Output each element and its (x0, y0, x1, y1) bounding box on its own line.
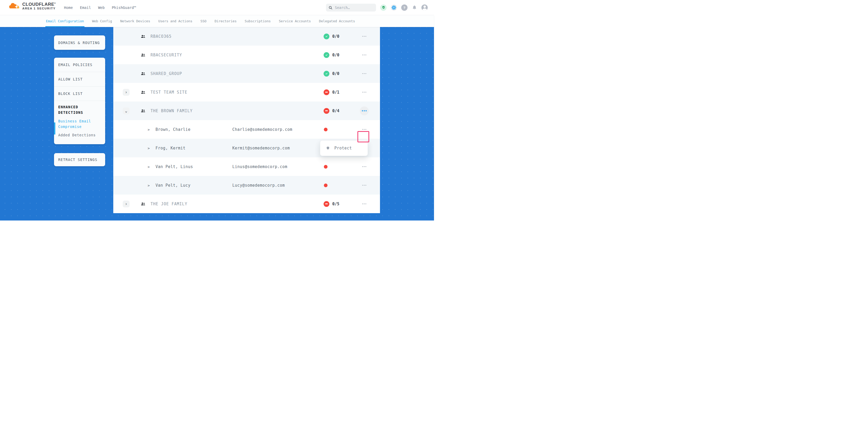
row-menu-button[interactable] (360, 199, 369, 209)
nav-web[interactable]: Web (98, 5, 105, 10)
member-chevron[interactable]: > (148, 146, 150, 150)
member-name: Van Pelt, Linus (156, 164, 193, 169)
search-box[interactable] (326, 4, 376, 11)
sidebar-item-domains-routing[interactable]: DOMAINS & ROUTING (54, 41, 100, 45)
status-count: 0/5 (332, 201, 339, 206)
search-input[interactable] (335, 5, 372, 10)
sidebar-item-business-email-compromise[interactable]: Business Email Compromise (58, 119, 101, 129)
sidebar-section-enhanced-detections: ENHANCED DETECTIONS Business Email Compr… (54, 101, 105, 138)
tab-users-and-actions[interactable]: Users and Actions (158, 15, 192, 27)
group-name: RBACO365 (151, 34, 172, 39)
menu-item-protect[interactable]: Protect (334, 146, 352, 151)
status-dot (324, 128, 328, 131)
table-row[interactable]: > Van Pelt, Lucy Lucy@somedemocorp.com (113, 176, 380, 194)
nav-email[interactable]: Email (80, 5, 91, 10)
table-row[interactable]: RBACO365 0/0 (113, 27, 380, 45)
member-email: Lucy@somedemocorp.com (232, 183, 285, 188)
status-badge-ok (323, 34, 329, 39)
nav-home[interactable]: Home (64, 5, 73, 10)
table-row[interactable]: > Brown, Charlie Charlie@somedemocorp.co… (113, 120, 380, 139)
search-icon (329, 6, 333, 10)
status-badge-blocked (323, 108, 329, 114)
table-row[interactable]: › TEST TEAM SITE 0/1 (113, 83, 380, 101)
status-badge-blocked (323, 89, 329, 95)
sidebar-card-retract-settings[interactable]: RETRACT SETTINGS (54, 153, 105, 166)
table-row[interactable]: RBACSECURITY 0/0 (113, 45, 380, 64)
active-item-indicator-bar (54, 122, 55, 134)
tab-sso[interactable]: SSO (200, 15, 206, 27)
tab-web-config[interactable]: Web Config (92, 15, 112, 27)
group-name: THE JOE FAMILY (151, 201, 187, 206)
group-icon (141, 72, 145, 75)
row-menu-button[interactable] (360, 51, 369, 60)
row-menu-button[interactable] (360, 88, 369, 97)
group-icon (141, 109, 145, 113)
status-count: 0/1 (332, 90, 339, 95)
status-count: 0/0 (332, 53, 339, 57)
shield-icon (326, 146, 330, 151)
sidebar-card-domains-routing[interactable]: DOMAINS & ROUTING (54, 35, 105, 50)
group-icon (141, 90, 145, 94)
sidebar-item-added-detections[interactable]: Added Detections (58, 132, 101, 138)
registered-mark: ® (54, 2, 56, 4)
bec-targets-panel: RBACO365 0/0 RBACSECURITY 0/0 (113, 27, 380, 213)
status-count: 0/0 (332, 34, 339, 39)
table-row[interactable]: > Van Pelt, Linus Linus@somedemocorp.com (113, 157, 380, 176)
content-area: DOMAINS & ROUTING EMAIL POLICIES ALLOW L… (0, 27, 434, 220)
tab-subscriptions[interactable]: Subscriptions (245, 15, 271, 27)
bell-icon[interactable] (412, 5, 417, 10)
status-count: 0/4 (332, 108, 339, 113)
status-badge-ok (323, 52, 329, 58)
table-row[interactable]: SHARED_GROUP 0/0 (113, 64, 380, 83)
config-tabbar: Email Configuration Web Config Network D… (0, 15, 434, 27)
member-name: Brown, Charlie (156, 127, 190, 132)
nav-phishguard[interactable]: PhishGuard™ (112, 5, 136, 10)
sidebar-item-retract-settings[interactable]: RETRACT SETTINGS (54, 158, 97, 162)
group-name: TEST TEAM SITE (151, 90, 187, 95)
member-chevron[interactable]: > (148, 127, 150, 131)
status-dot (324, 165, 328, 168)
top-header: CLOUDFLARE® AREA 1 SECURITY Home Email W… (0, 0, 434, 15)
tab-directories[interactable]: Directories (215, 15, 237, 27)
header-icon-row: ? (380, 4, 428, 11)
tab-delegated-accounts[interactable]: Delegated Accounts (319, 15, 355, 27)
row-menu-button[interactable] (360, 162, 369, 171)
tab-email-configuration[interactable]: Email Configuration (46, 15, 84, 27)
gear-icon[interactable] (391, 4, 397, 11)
shield-check-icon[interactable] (380, 4, 386, 11)
sidebar-item-enhanced-detections[interactable]: ENHANCED DETECTIONS (58, 104, 92, 115)
table-row[interactable]: ⌄ THE BROWN FAMILY 0/4 (113, 101, 380, 120)
expand-button[interactable]: › (123, 200, 129, 208)
member-email: Linus@somedemocorp.com (232, 164, 287, 169)
member-chevron[interactable]: > (148, 165, 150, 168)
sidebar-item-email-policies[interactable]: EMAIL POLICIES (54, 58, 105, 72)
row-menu-button[interactable] (360, 32, 369, 41)
member-email: Charlie@somedemocorp.com (232, 127, 292, 132)
row-context-menu: Protect (320, 140, 368, 156)
sidebar-item-allow-list[interactable]: ALLOW LIST (54, 72, 105, 87)
user-avatar-icon[interactable] (422, 4, 428, 11)
table-row[interactable]: › THE JOE FAMILY 0/5 (113, 194, 380, 213)
row-menu-button[interactable] (360, 69, 369, 78)
member-name: Van Pelt, Lucy (156, 183, 190, 188)
member-email: Kermit@somedemocorp.com (232, 146, 290, 151)
collapse-button[interactable]: ⌄ (123, 107, 129, 114)
expand-button[interactable]: › (123, 89, 129, 96)
tab-service-accounts[interactable]: Service Accounts (279, 15, 311, 27)
brand-subtitle: AREA 1 SECURITY (22, 7, 56, 10)
sidebar-item-block-list[interactable]: BLOCK LIST (54, 87, 105, 101)
status-badge-blocked (323, 201, 329, 207)
brand-name: CLOUDFLARE® (22, 2, 56, 7)
help-icon[interactable]: ? (401, 4, 407, 11)
sidebar-card-policies: EMAIL POLICIES ALLOW LIST BLOCK LIST ENH… (54, 58, 105, 144)
row-menu-button[interactable] (360, 181, 369, 190)
tab-network-devices[interactable]: Network Devices (120, 15, 150, 27)
row-menu-button-active[interactable] (360, 106, 369, 115)
cloudflare-cloud-icon (9, 2, 21, 10)
group-name: THE BROWN FAMILY (151, 108, 193, 113)
group-icon (141, 35, 145, 38)
primary-nav: Home Email Web PhishGuard™ (64, 0, 136, 15)
cloudflare-logo: CLOUDFLARE® AREA 1 SECURITY (9, 2, 56, 10)
member-chevron[interactable]: > (148, 183, 150, 187)
row-menu-button[interactable] (360, 125, 369, 134)
